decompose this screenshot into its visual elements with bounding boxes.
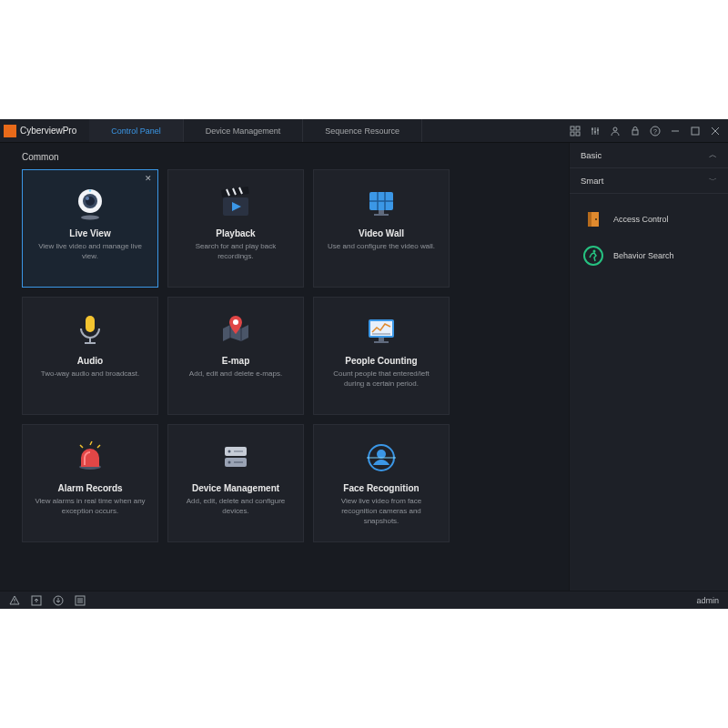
tab-control-panel[interactable]: Control Panel xyxy=(89,119,184,142)
list-icon[interactable] xyxy=(75,595,86,606)
card-title: Alarm Records xyxy=(57,483,122,493)
card-device-management[interactable]: Device Management Add, edit, delete and … xyxy=(167,424,304,542)
svg-point-51 xyxy=(595,218,597,220)
clapperboard-icon xyxy=(217,185,254,221)
settings-icon[interactable] xyxy=(590,126,601,136)
svg-rect-50 xyxy=(588,212,592,227)
svg-rect-2 xyxy=(571,132,574,136)
download-icon[interactable] xyxy=(53,595,64,606)
status-icons xyxy=(9,595,86,606)
status-user[interactable]: admin xyxy=(696,596,719,605)
card-emap[interactable]: E-map Add, edit and delete e-maps. xyxy=(167,297,304,415)
chevron-down-icon: ﹀ xyxy=(709,175,717,187)
card-title: Audio xyxy=(77,356,103,366)
card-desc: Search for and play back recordings. xyxy=(177,242,294,262)
titlebar-icons: ? xyxy=(570,126,728,136)
sidebar-section-smart[interactable]: Smart ﹀ xyxy=(570,168,728,194)
svg-text:?: ? xyxy=(653,128,657,135)
card-live-view[interactable]: ✕ Live View View live video and manage l… xyxy=(22,169,158,288)
logo-icon xyxy=(4,125,16,137)
svg-point-33 xyxy=(233,319,238,325)
card-desc: View live video from face recognition ca… xyxy=(323,497,440,526)
content: Common ✕ Live View View live video and m… xyxy=(0,143,569,591)
svg-point-42 xyxy=(228,450,231,453)
close-icon[interactable] xyxy=(710,126,721,136)
grid-icon[interactable] xyxy=(570,126,581,136)
svg-point-20 xyxy=(89,189,91,191)
sidebar-item-behavior-search[interactable]: Behavior Search xyxy=(579,238,719,274)
tabs: Control Panel Device Management Sequence… xyxy=(89,119,422,142)
svg-point-53 xyxy=(593,250,596,253)
titlebar: CyberviewPro Control Panel Device Manage… xyxy=(0,119,728,143)
card-playback[interactable]: Playback Search for and play back record… xyxy=(167,169,304,288)
svg-point-52 xyxy=(584,247,602,265)
sidebar-section-basic[interactable]: Basic ︿ xyxy=(570,143,728,168)
statusbar: admin xyxy=(0,591,728,609)
card-desc: Count people that entered/left during a … xyxy=(323,369,440,389)
card-alarm-records[interactable]: Alarm Records View alarms in real time w… xyxy=(22,424,158,542)
chart-icon xyxy=(363,312,399,349)
svg-rect-30 xyxy=(86,316,95,332)
svg-point-55 xyxy=(15,602,15,603)
card-title: People Counting xyxy=(345,356,417,366)
card-desc: Use and configure the video wall. xyxy=(328,242,435,252)
face-scan-icon xyxy=(363,440,399,476)
sidebar: Basic ︿ Smart ﹀ Access Control xyxy=(569,143,728,591)
svg-rect-12 xyxy=(692,127,699,135)
user-icon[interactable] xyxy=(610,126,621,136)
card-video-wall[interactable]: Video Wall Use and configure the video w… xyxy=(313,169,450,288)
card-desc: Two-way audio and broadcast. xyxy=(41,369,140,379)
sidebar-items: Access Control Behavior Search xyxy=(570,194,728,281)
card-title: Playback xyxy=(216,228,255,238)
running-person-icon xyxy=(582,245,604,267)
webcam-icon xyxy=(72,185,108,221)
help-icon[interactable]: ? xyxy=(650,126,661,136)
video-wall-icon xyxy=(363,185,399,221)
svg-point-4 xyxy=(592,128,593,130)
chevron-up-icon: ︿ xyxy=(709,149,717,161)
svg-rect-0 xyxy=(571,126,574,130)
lock-icon[interactable] xyxy=(630,126,641,136)
card-title: Video Wall xyxy=(359,228,404,238)
tab-sequence-resource[interactable]: Sequence Resource xyxy=(303,119,422,142)
svg-rect-29 xyxy=(374,214,389,216)
warning-icon[interactable] xyxy=(9,595,20,606)
svg-rect-8 xyxy=(632,130,638,135)
sidebar-section-label: Smart xyxy=(581,176,603,186)
main-area: Common ✕ Live View View live video and m… xyxy=(0,143,728,591)
svg-rect-1 xyxy=(576,126,580,130)
card-audio[interactable]: Audio Two-way audio and broadcast. xyxy=(22,297,158,415)
svg-rect-38 xyxy=(374,341,389,343)
door-icon xyxy=(582,208,604,230)
card-title: Live View xyxy=(69,228,110,238)
card-desc: View alarms in real time when any except… xyxy=(32,497,148,517)
svg-point-6 xyxy=(597,129,599,131)
card-title: Face Recognition xyxy=(343,483,419,493)
app-logo: CyberviewPro xyxy=(0,125,84,137)
map-pin-icon xyxy=(217,312,254,349)
upload-icon[interactable] xyxy=(31,595,42,606)
card-title: E-map xyxy=(222,356,250,366)
card-desc: View live video and manage live view. xyxy=(32,242,148,262)
svg-point-5 xyxy=(594,131,596,133)
sidebar-section-label: Basic xyxy=(581,150,602,160)
sidebar-item-label: Behavior Search xyxy=(613,251,674,260)
svg-point-43 xyxy=(228,461,231,464)
sidebar-item-label: Access Control xyxy=(613,215,669,224)
svg-rect-37 xyxy=(379,338,384,341)
card-face-recognition[interactable]: Face Recognition View live video from fa… xyxy=(313,424,450,542)
close-icon[interactable]: ✕ xyxy=(145,174,152,183)
server-icon xyxy=(217,440,254,476)
tab-device-management[interactable]: Device Management xyxy=(184,119,304,142)
card-grid: ✕ Live View View live video and manage l… xyxy=(22,169,554,542)
card-desc: Add, edit, delete and configure devices. xyxy=(177,497,294,517)
minimize-icon[interactable] xyxy=(670,126,681,136)
maximize-icon[interactable] xyxy=(690,126,701,136)
svg-point-19 xyxy=(86,197,89,200)
section-label-common: Common xyxy=(22,152,554,162)
card-people-counting[interactable]: People Counting Count people that entere… xyxy=(313,297,450,415)
alarm-icon xyxy=(72,440,108,476)
app-name: CyberviewPro xyxy=(20,126,76,136)
sidebar-item-access-control[interactable]: Access Control xyxy=(579,201,719,238)
svg-rect-3 xyxy=(576,132,580,136)
